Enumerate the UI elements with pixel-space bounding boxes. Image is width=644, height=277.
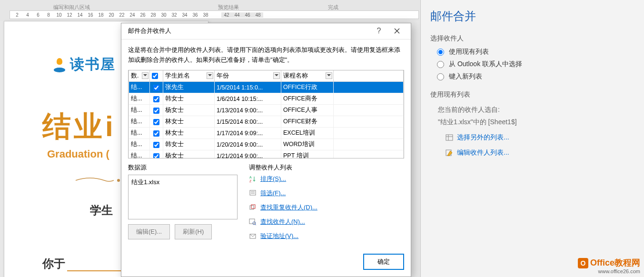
svg-text:Z: Z — [249, 179, 252, 183]
datasource-list[interactable]: 结业1.xlsx — [128, 175, 238, 219]
watermark: OOffice教程网 www.office26.com — [578, 257, 640, 274]
edit-source-button[interactable]: 编辑(E)... — [128, 224, 170, 239]
edit-list-icon — [446, 149, 453, 157]
svg-rect-9 — [446, 135, 453, 140]
pane-title: 邮件合并 — [430, 9, 634, 24]
svg-rect-4 — [250, 206, 254, 209]
svg-rect-3 — [250, 190, 256, 195]
col-header-course[interactable]: 课程名称 — [281, 70, 334, 82]
dialog-titlebar[interactable]: 邮件合并收件人 ? — [121, 23, 411, 40]
row-checkbox[interactable] — [153, 85, 159, 91]
find-recipient-link[interactable]: 查找收件人(N)... — [249, 218, 404, 226]
horizontal-ruler: 2468101214161820222426283032343638424446… — [10, 10, 419, 19]
current-source-label: 您当前的收件人选自: — [438, 106, 634, 114]
find-duplicates-link[interactable]: 查找重复收件人(D)... — [249, 203, 404, 212]
radio-new-list[interactable]: 键入新列表 — [437, 72, 634, 81]
select-recipients-label: 选择收件人 — [430, 34, 634, 43]
validate-icon — [249, 232, 257, 240]
radio-outlook[interactable]: 从 Outlook 联系人中选择 — [437, 60, 634, 69]
mail-merge-recipients-dialog: 邮件合并收件人 ? 这是将在合并中使用的收件人列表。请使用下面的选项向列表添加项… — [121, 23, 411, 277]
row-checkbox[interactable] — [153, 96, 159, 102]
table-row[interactable]: 结...林女士1/17/2014 9:09:...EXCEL培训 — [129, 128, 404, 139]
use-existing-label: 使用现有列表 — [430, 90, 634, 99]
mail-merge-pane: 邮件合并 选择收件人 使用现有列表 从 Outlook 联系人中选择 键入新列表… — [420, 0, 644, 277]
close-button[interactable] — [388, 24, 406, 38]
select-all-checkbox[interactable] — [152, 73, 158, 79]
duplicates-icon — [249, 204, 257, 211]
table-row[interactable]: 结...张先生1/5/2014 1:15:0...OFFICE行政 — [129, 82, 404, 93]
row-checkbox[interactable] — [153, 130, 159, 137]
sort-link[interactable]: AZ 排序(S)... — [249, 175, 404, 183]
logo-text: 读书屋 — [70, 55, 116, 74]
dropdown-icon[interactable] — [273, 72, 280, 79]
radio-use-existing[interactable]: 使用现有列表 — [437, 48, 634, 56]
current-source-value: "结业1.xlsx"中的 [Sheet1$] — [438, 118, 634, 127]
dropdown-icon[interactable] — [326, 72, 332, 79]
dialog-description: 这是将在合并中使用的收件人列表。请使用下面的选项向列表添加项或更改列表。请使用复… — [121, 40, 411, 70]
choose-other-list-link[interactable]: 选择另外的列表... — [446, 133, 634, 142]
refresh-button[interactable]: 刷新(H) — [175, 224, 212, 239]
row-checkbox[interactable] — [153, 142, 159, 148]
recipients-table[interactable]: 数. 学生姓名 年份 课程名称 结...张先生1/5/2014 1:15:0..… — [128, 70, 404, 158]
table-row[interactable]: 结...韩女士1/20/2014 9:00:...WORD培训 — [129, 139, 404, 150]
table-row[interactable]: 结...杨女士1/13/2014 9:00:...OFFICE人事 — [129, 105, 404, 116]
svg-rect-6 — [249, 219, 255, 224]
table-row[interactable]: 结...韩女士1/6/2014 10:15:...OFFICE商务 — [129, 93, 404, 105]
dropdown-icon[interactable] — [207, 72, 213, 79]
col-header-date[interactable]: 年份 — [215, 70, 281, 82]
row-checkbox[interactable] — [153, 153, 159, 158]
ok-button[interactable]: 确定 — [363, 254, 404, 270]
adjust-label: 调整收件人列表 — [249, 163, 404, 172]
search-icon — [249, 218, 257, 226]
col-header-spacer — [334, 70, 404, 82]
close-icon — [394, 28, 400, 34]
svg-rect-5 — [251, 205, 255, 208]
logo-icon — [52, 57, 67, 72]
sort-icon: AZ — [249, 175, 257, 183]
filter-link[interactable]: 筛选(F)... — [249, 189, 404, 198]
col-header-checkbox[interactable] — [150, 70, 163, 82]
table-icon — [446, 134, 453, 141]
table-row[interactable]: 结...林女士1/15/2014 8:00:...OFFICE财务 — [129, 116, 404, 128]
col-header-source[interactable]: 数. — [129, 70, 150, 82]
table-row[interactable]: 结...杨女士1/21/2014 9:00:...PPT 培训 — [129, 150, 404, 158]
help-button[interactable]: ? — [370, 24, 388, 38]
dialog-title: 邮件合并收件人 — [128, 27, 370, 35]
edit-recipient-list-link[interactable]: 编辑收件人列表... — [446, 148, 634, 157]
svg-point-0 — [117, 179, 120, 182]
datasource-label: 数据源 — [128, 163, 238, 172]
svg-text:A: A — [249, 176, 252, 179]
row-checkbox[interactable] — [153, 108, 159, 114]
dropdown-icon[interactable] — [142, 72, 149, 79]
watermark-icon: O — [578, 258, 588, 268]
col-header-name[interactable]: 学生姓名 — [163, 70, 215, 82]
validate-address-link[interactable]: 验证地址(V)... — [249, 232, 404, 240]
row-checkbox[interactable] — [153, 119, 159, 125]
filter-icon — [249, 189, 257, 197]
